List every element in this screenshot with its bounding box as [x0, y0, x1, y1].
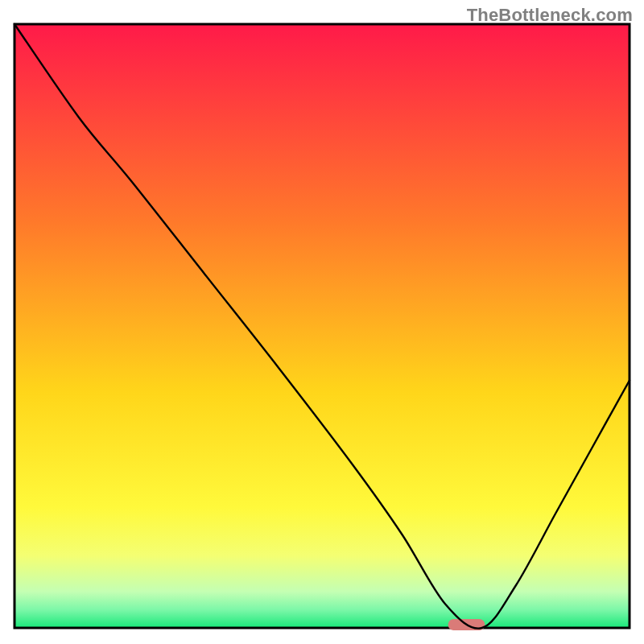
- chart-frame: TheBottleneck.com: [0, 0, 644, 644]
- bottleneck-chart: [0, 0, 644, 644]
- plot-gradient-bg: [14, 24, 630, 628]
- watermark-text: TheBottleneck.com: [467, 5, 633, 26]
